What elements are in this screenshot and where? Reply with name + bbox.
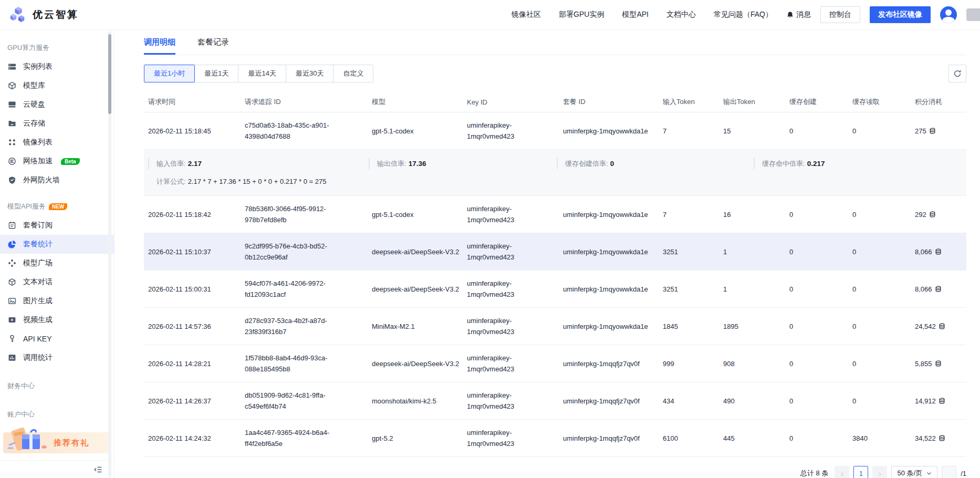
nav-link-image-community[interactable]: 镜像社区 [512,10,541,19]
usage-table: 请求时间 请求追踪 ID 模型 Key ID 套餐 ID 输入Token 输出T… [144,92,966,457]
col-input-token: 输入Token [659,92,719,112]
sidebar-item-video-gen[interactable]: 视频生成 [0,310,114,329]
cell-pkg: uminferpkg-1mqyowwkda1e [559,308,659,345]
cell-model: deepseek-ai/DeepSeek-V3.2 [368,345,463,382]
user-info-redacted [966,8,980,21]
table-row[interactable]: 2026-02-11 14:28:21 1f578bb8-8ab4-46d9-9… [144,345,966,382]
cell-credits: 292 [911,196,966,233]
topbar: 优云智算 镜像社区 部署GPU实例 模型API 文档中心 常见问题（FAQ） 消… [0,0,980,30]
table-row-selected[interactable]: 2026-02-11 15:10:37 9c2df995-b76e-4cb3-b… [144,233,966,271]
cell-cache-read: 0 [848,345,911,382]
nav-link-faq[interactable]: 常见问题（FAQ） [714,10,773,19]
cell-cache-create: 0 [785,420,848,457]
sidebar-section-account[interactable]: 账户中心 [0,409,114,424]
cell-time: 2026-02-11 14:28:21 [144,345,241,382]
model-library-icon [7,81,17,90]
sidebar-item-instance-list[interactable]: 实例列表 [0,57,114,76]
filter-last-14-days[interactable]: 最近14天 [238,65,286,82]
sidebar-item-image-list[interactable]: 镜像列表 [0,133,114,152]
beta-badge: Beta [61,158,80,165]
cell-key: uminferapikey-1mqr0vmed423 [463,271,559,308]
tab-package-records[interactable]: 套餐记录 [197,37,229,55]
sidebar-item-call-stats[interactable]: 调用统计 [0,348,114,367]
sidebar-section-gpu-services: GPU算力服务 [0,43,114,57]
messages-button[interactable]: 消息 [786,10,811,19]
cell-credits: 8,066 [911,233,966,271]
input-rate: 输入倍率:2.17 [148,158,369,169]
cell-model: gpt-5.2 [368,420,463,457]
collapse-sidebar-icon[interactable] [94,465,102,474]
table-row[interactable]: 2026-02-11 15:18:42 78b536f0-3066-4f95-9… [144,196,966,233]
sidebar-section-model-api: 模型API服务 NEW [0,201,114,216]
cell-cache-create: 0 [785,196,848,233]
sidebar-item-package-stats[interactable]: 套餐统计 [0,235,114,254]
prev-page-button[interactable]: ‹ [835,466,849,478]
cell-credits: 34,522 [911,420,966,457]
cell-pkg: uminferpkg-1mqyowwkda1e [559,271,659,308]
text-chat-icon [7,277,17,287]
sidebar-item-model-plaza[interactable]: 模型广场 [0,254,114,273]
cell-model: deepseek-ai/DeepSeek-V3.2 [368,233,463,271]
sidebar-item-api-key[interactable]: API KEY [0,329,114,348]
next-page-button[interactable]: › [872,466,887,478]
cell-time: 2026-02-11 15:10:37 [144,233,241,271]
avatar[interactable] [940,6,957,23]
console-button[interactable]: 控制台 [820,6,860,23]
cell-cache-read: 0 [848,196,911,233]
sidebar-item-cloud-storage[interactable]: 云存储 [0,114,114,133]
nav-link-deploy-gpu[interactable]: 部署GPU实例 [559,10,604,19]
sidebar-item-network-accel[interactable]: 网络加速 Beta [0,152,114,171]
sidebar-item-image-gen[interactable]: 图片生成 [0,292,114,310]
table-row[interactable]: 2026-02-11 14:26:37 db051909-9d62-4c81-9… [144,382,966,420]
main-content: 调用明细 套餐记录 最近1小时 最近1天 最近14天 最近30天 自定义 请求时… [114,30,980,478]
cell-input: 999 [659,345,719,382]
pagination: 总计 8 条 ‹ 1 › 50 条/页 /1 [144,466,966,478]
col-output-token: 输出Token [719,92,785,112]
brand-name: 优云智算 [33,8,79,22]
cloud-disk-icon [7,100,17,109]
cell-cache-create: 0 [785,382,848,420]
table-row[interactable]: 2026-02-11 15:00:31 594cf07f-a461-4206-9… [144,271,966,308]
cell-pkg: uminferpkg-1mqyowwkda1e [559,233,659,271]
cell-credits: 14,912 [911,382,966,420]
cache-create-rate: 缓存创建倍率:0 [557,158,754,169]
filter-last-1-day[interactable]: 最近1天 [195,65,238,82]
tab-call-details[interactable]: 调用明细 [144,37,175,55]
cell-key: uminferapikey-1mqr0vmed423 [463,233,559,271]
sidebar-scrollbar-thumb[interactable] [108,34,111,114]
filter-custom[interactable]: 自定义 [333,65,373,82]
sidebar-item-text-chat[interactable]: 文本对话 [0,273,114,292]
sidebar-item-model-library[interactable]: 模型库 [0,76,114,95]
referral-promo-banner[interactable]: 推荐有礼 [3,432,111,453]
sidebar-item-firewall[interactable]: 外网防火墙 [0,171,114,190]
sidebar-item-cloud-disk[interactable]: 云硬盘 [0,95,114,114]
brand-logo-icon [9,6,27,24]
cell-time: 2026-02-11 14:26:37 [144,382,241,420]
page-size-select[interactable]: 50 条/页 [891,466,937,478]
jump-to-page-input[interactable] [942,466,956,478]
sidebar-section-finance[interactable]: 财务中心 [0,381,114,396]
cell-key: uminferapikey-1mqr0vmed423 [463,382,559,420]
cell-credits: 5,855 [911,345,966,382]
cell-trace: 594cf07f-a461-4206-9972-fd12093c1acf [241,271,368,308]
table-row[interactable]: 2026-02-11 14:24:32 1aa4c467-9365-4924-b… [144,420,966,457]
refresh-button[interactable] [948,65,966,82]
cell-pkg: uminferpkg-1mqqfjz7qv0f [559,382,659,420]
cell-input: 3251 [659,271,719,308]
col-package-id: 套餐 ID [559,92,659,112]
sidebar-item-package-subscribe[interactable]: 套餐订阅 [0,216,114,235]
page-number[interactable]: 1 [853,466,868,478]
table-row[interactable]: 2026-02-11 15:18:45 c75d0a63-18ab-435c-a… [144,112,966,150]
publish-community-image-button[interactable]: 发布社区镜像 [870,6,931,23]
filter-last-30-days[interactable]: 最近30天 [286,65,333,82]
chevron-down-icon [926,471,932,476]
nav-link-model-api[interactable]: 模型API [622,10,649,19]
sidebar-footer [0,460,114,478]
brand[interactable]: 优云智算 [9,6,79,24]
table-row[interactable]: 2026-02-11 14:57:36 d278c937-53ca-4b2f-a… [144,308,966,345]
filter-last-1-hour[interactable]: 最近1小时 [144,65,195,82]
cell-pkg: uminferpkg-1mqqfjz7qv0f [559,420,659,457]
rate-detail-line: 输入倍率:2.17 输出倍率:17.36 缓存创建倍率:0 缓存命中倍率:0.2… [148,158,960,169]
cell-model: gpt-5.1-codex [368,196,463,233]
nav-link-docs[interactable]: 文档中心 [666,10,696,19]
